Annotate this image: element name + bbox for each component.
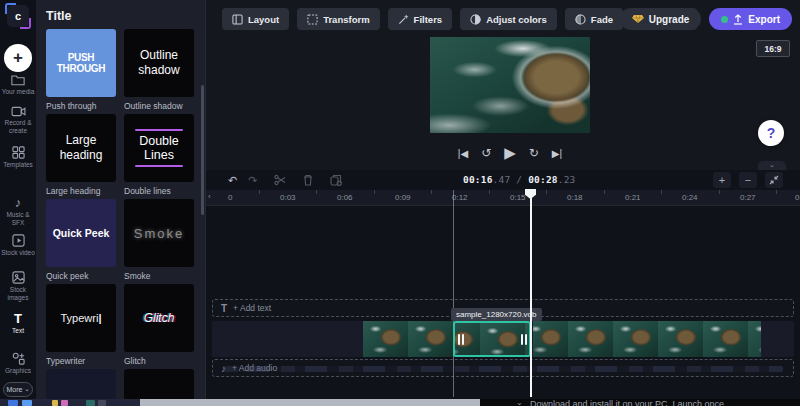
tile-preview[interactable]: Smoke [124,199,194,267]
add-audio-track[interactable]: ♪ + Add audio [212,359,794,377]
tile-outline-shadow[interactable]: Outline shadow Outline shadow [124,29,194,112]
skip-end-button[interactable]: ▶| [552,148,562,159]
ruler-label: 0:21 [625,193,641,202]
video-clip-selected[interactable] [453,321,531,357]
preview-video[interactable] [430,37,590,133]
fade-icon [575,14,586,25]
zoom-out-button[interactable]: − [739,172,757,188]
zoom-in-button[interactable]: + [713,172,731,188]
tile-large-heading[interactable]: Large heading Large heading [46,114,116,197]
tile-smoke[interactable]: Smoke Smoke [124,199,194,282]
text-templates-panel: Title PUSH THROUGH Push through Outline … [36,0,206,406]
tile-preview-text: Typewri [61,312,99,324]
ruler-label: 0:15 [510,193,526,202]
scissors-icon [274,174,286,186]
sidebar-item-stock-images[interactable]: Stock images [0,271,36,302]
video-clip-right[interactable] [533,321,761,357]
tile-push-through[interactable]: PUSH THROUGH Push through [46,29,116,112]
tile-quick-peek[interactable]: Quick Peek Quick peek [46,199,116,282]
current-frac: .47 [493,174,511,185]
panel-scrollbar[interactable] [201,85,204,215]
sidebar-item-record-create[interactable]: Record & create [0,106,36,135]
tile-preview[interactable]: Typewri| [46,284,116,352]
sidebar-item-label: Graphics [5,367,31,375]
taskbar-icon[interactable] [8,400,18,406]
help-button[interactable]: ? [758,120,784,146]
tile-glitch[interactable]: Glitch Glitch [124,284,194,367]
tile-preview[interactable]: Large heading [46,114,116,182]
button-label: Transform [323,14,369,25]
upgrade-label: Upgrade [649,14,690,25]
taskbar-window[interactable] [140,399,480,406]
trim-handle-right[interactable] [520,331,527,347]
text-track-icon: T [221,303,227,314]
more-button[interactable]: More ⌄ [3,382,33,397]
timeline-ruler[interactable]: ‹ 0 0:03 0:06 0:09 0:12 0:15 0:18 0:21 0… [206,190,800,206]
download-banner[interactable]: ⌄ Download and install it on your PC. La… [480,399,800,406]
sidebar-item-label: Music & SFX [0,211,36,227]
editor-area: Layout Transform Filters Adjust colors F… [206,0,800,170]
taskbar-icon[interactable] [61,400,68,406]
transform-button[interactable]: Transform [297,8,379,30]
video-track[interactable] [212,321,794,357]
layout-button[interactable]: Layout [222,8,289,30]
tile-preview-text: Outline shadow [124,48,194,78]
upgrade-button[interactable]: Upgrade [620,8,702,30]
collapse-preview-tab[interactable]: ⌄ [758,161,786,170]
aspect-ratio-badge[interactable]: 16:9 [756,40,790,57]
app-logo[interactable]: c [7,5,29,27]
total-time: 00:28 [528,174,558,185]
taskbar-icon[interactable] [86,400,95,406]
video-clip-left[interactable] [363,321,453,357]
tile-double-lines[interactable]: Double Lines Double lines [124,114,194,197]
redo-button[interactable]: ↷ [248,173,257,187]
zoom-fit-button[interactable] [765,172,783,188]
delete-button[interactable] [303,173,313,187]
tile-preview[interactable]: Glitch [124,284,194,352]
tile-label: Quick peek [46,271,116,282]
sidebar-item-text[interactable]: T Text [0,312,36,335]
jump-forward-button[interactable]: ↻ [529,146,539,160]
sidebar-item-templates[interactable]: Templates [0,146,36,169]
sidebar-item-stock-video[interactable]: Stock video [0,234,36,257]
header-actions: Upgrade Export [620,8,792,30]
fade-button[interactable]: Fade [565,8,623,30]
ruler-label: 0:27 [740,193,756,202]
tile-label: Large heading [46,186,116,197]
ruler-label: 0:18 [567,193,583,202]
time-display: 00:16.47 / 00:28.23 [463,174,576,185]
trim-handle-left[interactable] [457,331,464,347]
duplicate-button[interactable] [330,173,342,187]
tile-preview-text: PUSH THROUGH [46,52,116,74]
ruler-label: 0:06 [337,193,353,202]
skip-start-button[interactable]: |◀ [458,148,468,159]
tile-preview[interactable]: PUSH THROUGH [46,29,116,97]
filters-button[interactable]: Filters [388,8,453,30]
undo-button[interactable]: ↶ [228,173,237,187]
ruler-label: 0: [795,193,800,202]
tile-preview[interactable]: Outline shadow [124,29,194,97]
taskbar-icon[interactable] [22,400,32,406]
playhead-line[interactable] [530,189,532,397]
export-button[interactable]: Export [709,8,792,30]
sidebar-item-your-media[interactable]: Your media [0,74,36,96]
ruler-label: 0:03 [280,193,296,202]
sidebar-item-label: Record & create [2,119,34,135]
play-button[interactable]: ▶ [504,144,516,162]
tile-preview[interactable]: Double Lines [124,114,194,182]
timeline: ↶ ↷ 00:16.47 / 00:28.23 + − ‹ 0 0:03 0:0… [206,170,800,400]
stock-video-icon [12,234,25,247]
taskbar-icon[interactable] [52,400,58,406]
taskbar-icon[interactable] [98,400,106,406]
sidebar-item-music-sfx[interactable]: ♪ Music & SFX [0,196,36,227]
adjust-colors-button[interactable]: Adjust colors [460,8,557,30]
tile-typewriter[interactable]: Typewri| Typewriter [46,284,116,367]
templates-icon [12,146,25,159]
scroll-left-icon[interactable]: ‹ [208,192,211,201]
split-button[interactable] [274,173,286,187]
tile-preview[interactable]: Quick Peek [46,199,116,267]
add-media-button[interactable]: + [4,44,32,72]
jump-back-button[interactable]: ↺ [481,146,491,160]
sidebar-item-graphics[interactable]: Graphics [0,352,36,375]
taskbar-icons[interactable] [0,399,140,406]
